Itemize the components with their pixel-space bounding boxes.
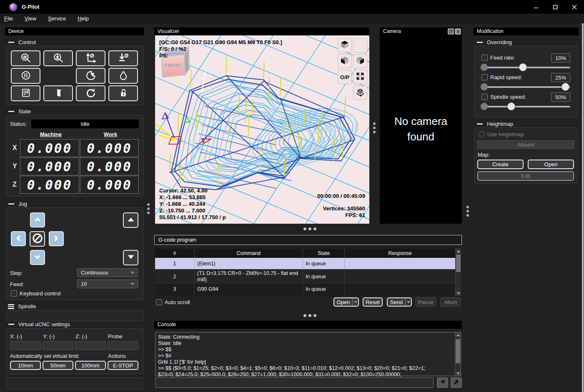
autoscroll-checkbox[interactable]	[156, 299, 162, 305]
section-jog[interactable]: Jog	[5, 201, 27, 207]
ortho-perspective-button[interactable]: O/P	[338, 70, 352, 84]
jog-x-minus-button[interactable]	[11, 231, 26, 246]
jog-z-plus-button[interactable]	[123, 212, 138, 228]
heightmap-create-button[interactable]: Create	[477, 160, 524, 169]
view-blank-button[interactable]	[353, 38, 367, 52]
console-splitter-handle[interactable]	[303, 314, 316, 317]
checklist-button[interactable]	[11, 85, 40, 101]
feed-rate-slider[interactable]	[481, 64, 570, 71]
send-button[interactable]: Send	[387, 297, 412, 307]
table-row[interactable]: 2 (T1 D=3.175 CR=0 - ZMIN=-10.75 - flat …	[155, 269, 455, 283]
estop-button[interactable]: E-STOP	[108, 361, 138, 370]
abort-button[interactable]: Abort	[440, 297, 461, 307]
reset-program-button[interactable]: Reset	[363, 297, 383, 307]
zero-z-button[interactable]: Ø	[108, 50, 138, 66]
virtual-x-field[interactable]	[10, 341, 41, 350]
fit-view-button[interactable]	[353, 70, 367, 84]
limit-10mm-button[interactable]: 10mm	[10, 361, 41, 370]
scroll-up-icon[interactable]	[456, 249, 461, 254]
jog-y-minus-button[interactable]	[30, 250, 45, 265]
camera-close-button[interactable]	[455, 28, 461, 35]
console-send-button[interactable]	[437, 377, 448, 388]
menu-service[interactable]: Service	[44, 15, 70, 22]
use-heightmap-checkbox[interactable]	[479, 131, 485, 137]
home-search-button[interactable]	[11, 50, 40, 66]
table-row[interactable]: 3 G90 G94 In queue	[155, 283, 455, 294]
scroll-down-icon[interactable]	[455, 371, 461, 376]
unlock-button[interactable]	[108, 85, 138, 101]
slider-handle[interactable]	[561, 83, 569, 91]
virtual-y-field[interactable]	[43, 341, 73, 350]
console-input[interactable]	[155, 377, 434, 388]
left-splitter-handle[interactable]	[147, 202, 150, 216]
scrollbar-thumb[interactable]	[456, 339, 460, 363]
rotate-view-button[interactable]	[353, 86, 367, 100]
scrollbar-thumb[interactable]	[456, 255, 461, 272]
section-overriding[interactable]: Overriding	[474, 39, 512, 45]
limit-50mm-button[interactable]: 50mm	[43, 361, 73, 370]
spindle-speed-checkbox[interactable]	[481, 94, 488, 100]
section-virtual-ucnc[interactable]: Virtual uCNC settings	[5, 321, 70, 327]
rapid-speed-checkbox[interactable]	[481, 74, 488, 80]
jog-y-plus-button[interactable]	[30, 212, 45, 227]
minimize-button[interactable]	[526, 0, 546, 14]
door-button[interactable]	[43, 85, 73, 101]
zero-xy-button[interactable]: Ø	[76, 50, 105, 66]
console-log[interactable]: State: Connecting State: Idle >> $$ >> $…	[155, 332, 461, 376]
slider-handle[interactable]	[519, 63, 527, 71]
virtual-z-field[interactable]	[75, 341, 106, 350]
slider-handle[interactable]	[507, 102, 515, 110]
keyboard-control-checkbox[interactable]	[11, 290, 17, 297]
menu-help[interactable]: Help	[73, 15, 93, 22]
camera-float-button[interactable]	[448, 28, 454, 35]
menu-file[interactable]: File	[0, 15, 17, 22]
visualizer-viewport[interactable]: FRONT [GC:G0 G54 G17 G21 G90 G94 M5 M9 T…	[155, 35, 369, 224]
pause-program-button[interactable]: Pause	[416, 297, 436, 307]
probe-search-button[interactable]	[43, 50, 73, 66]
view-top-button[interactable]	[338, 38, 352, 52]
menu-view[interactable]: View	[20, 15, 40, 22]
spindle-speed-slider[interactable]	[481, 103, 570, 110]
scroll-down-icon[interactable]	[456, 291, 461, 296]
right-splitter-handle[interactable]	[466, 204, 469, 218]
feed-rate-checkbox[interactable]	[481, 55, 488, 61]
pause-button[interactable]	[11, 68, 40, 84]
heightmap-edit-button[interactable]: Edit	[477, 171, 574, 181]
table-row[interactable]: 1 (Elem1) In queue	[155, 258, 455, 269]
open-button[interactable]: Open	[333, 297, 359, 307]
coolant-button[interactable]	[108, 68, 138, 84]
section-heightmap[interactable]: Heightmap	[474, 121, 513, 127]
viz-camera-splitter-handle[interactable]	[373, 121, 376, 135]
step-combo[interactable]: Continuous	[77, 268, 138, 277]
gcode-splitter-handle[interactable]	[303, 227, 316, 230]
console-clear-button[interactable]	[451, 377, 462, 388]
close-button[interactable]	[565, 0, 584, 14]
limit-100mm-button[interactable]: 100mm	[75, 361, 106, 370]
send-dropdown-button[interactable]	[405, 298, 411, 306]
column-header-response[interactable]: Response	[345, 249, 455, 258]
section-spindle[interactable]: Spindle	[5, 303, 36, 310]
reset-button[interactable]	[76, 85, 105, 101]
view-left-button[interactable]	[338, 54, 352, 68]
virtual-probe-field[interactable]	[108, 341, 138, 350]
gcode-table[interactable]: # Command State Response 1 (Elem1) In qu…	[155, 249, 461, 296]
column-header-state[interactable]: State	[303, 249, 345, 258]
column-header-num[interactable]: #	[155, 249, 195, 258]
console-scrollbar[interactable]	[455, 332, 461, 376]
jog-x-plus-button[interactable]	[49, 231, 64, 246]
feed-combo[interactable]: 10	[77, 280, 138, 288]
section-control[interactable]: Control	[5, 39, 36, 45]
maximize-button[interactable]	[546, 0, 565, 14]
rapid-speed-slider[interactable]	[481, 83, 570, 91]
view-right-button[interactable]	[353, 54, 367, 68]
gcode-table-scrollbar[interactable]	[455, 249, 461, 296]
jog-stop-button[interactable]	[30, 231, 45, 247]
heightmap-open-button[interactable]: Open	[528, 160, 574, 169]
sleep-button[interactable]	[76, 68, 105, 84]
scroll-up-icon[interactable]	[455, 332, 461, 337]
column-header-command[interactable]: Command	[195, 249, 303, 258]
open-dropdown-button[interactable]	[352, 298, 358, 306]
jog-z-minus-button[interactable]	[123, 250, 138, 265]
window-right-scrollbar[interactable]	[582, 23, 584, 392]
section-state[interactable]: State	[5, 108, 31, 115]
